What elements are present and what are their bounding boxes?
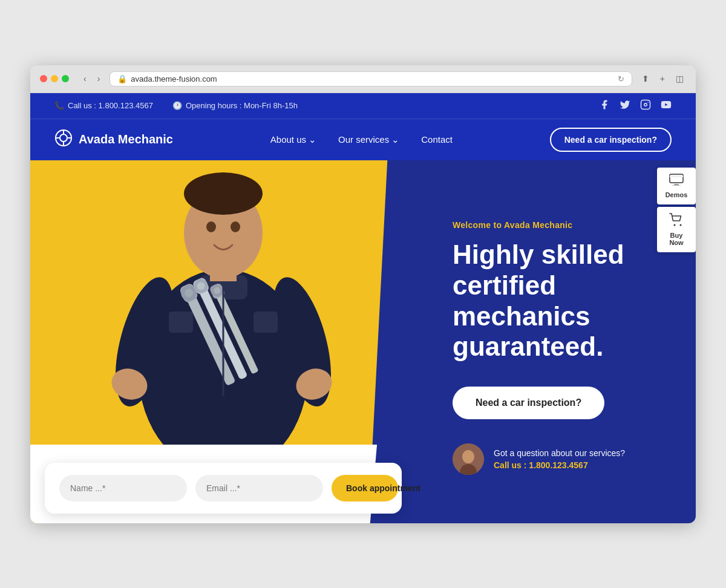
booking-form: Book appointment <box>45 463 402 514</box>
chevron-down-icon: ⌄ <box>309 134 316 145</box>
close-button[interactable] <box>40 75 47 82</box>
logo[interactable]: Avada Mechanic <box>54 129 173 151</box>
new-tab-button[interactable]: + <box>658 73 667 85</box>
clock-icon: 🕐 <box>172 101 182 110</box>
website: 📞 Call us : 1.800.123.4567 🕐 Opening hou… <box>30 93 696 523</box>
svg-rect-32 <box>253 312 278 333</box>
hero-title: Highly skilled certified mechanics guara… <box>453 240 666 362</box>
svg-point-41 <box>674 224 676 226</box>
chevron-down-icon: ⌄ <box>391 134 399 145</box>
svg-rect-0 <box>641 100 650 109</box>
contact-avatar <box>453 443 484 475</box>
facebook-icon[interactable] <box>599 99 610 113</box>
nav-buttons: ‹ › <box>81 73 102 85</box>
twitter-icon[interactable] <box>620 99 630 113</box>
url-text: avada.theme-fusion.com <box>131 74 217 83</box>
topbar-left: 📞 Call us : 1.800.123.4567 🕐 Opening hou… <box>54 101 298 110</box>
logo-icon <box>54 129 73 151</box>
svg-point-2 <box>647 102 649 103</box>
tabs-button[interactable]: ◫ <box>673 73 686 85</box>
instagram-icon[interactable] <box>640 99 651 113</box>
hero-contact: Got a question about our services? Call … <box>453 443 666 475</box>
email-input[interactable] <box>195 475 323 501</box>
svg-point-1 <box>644 103 647 106</box>
svg-rect-38 <box>670 175 683 177</box>
logo-text: Avada Mechanic <box>79 132 173 146</box>
browser-titlebar: ‹ › 🔒 avada.theme-fusion.com ↻ ⬆ + ◫ <box>30 65 696 93</box>
forward-button[interactable]: › <box>95 73 103 85</box>
main-nav: About us ⌄ Our services ⌄ Contact <box>270 134 453 145</box>
svg-point-14 <box>184 172 263 215</box>
maximize-button[interactable] <box>62 75 69 82</box>
svg-point-16 <box>231 221 240 232</box>
address-bar[interactable]: 🔒 avada.theme-fusion.com ↻ <box>110 71 632 87</box>
mechanic-image <box>30 160 416 445</box>
demos-icon <box>664 174 688 189</box>
phone-icon: 📞 <box>54 101 64 110</box>
minimize-button[interactable] <box>51 75 58 82</box>
buy-now-label: Buy Now <box>669 232 683 246</box>
inspection-nav-button[interactable]: Need a car inspection? <box>550 128 672 152</box>
traffic-lights <box>40 75 69 82</box>
security-icon: 🔒 <box>117 74 127 83</box>
svg-point-15 <box>206 221 216 232</box>
nav-about-link[interactable]: About us ⌄ <box>270 134 316 145</box>
nav-contact[interactable]: Contact <box>421 134 453 145</box>
nav-services[interactable]: Our services ⌄ <box>338 134 399 145</box>
cart-icon <box>664 213 688 229</box>
youtube-icon[interactable] <box>661 99 672 113</box>
navbar: Avada Mechanic About us ⌄ Our services ⌄ <box>30 119 696 160</box>
nav-services-link[interactable]: Our services ⌄ <box>338 134 399 145</box>
contact-question: Got a question about our services? <box>494 448 625 458</box>
svg-point-5 <box>60 134 67 142</box>
phone-info: 📞 Call us : 1.800.123.4567 <box>54 101 153 110</box>
demos-label: Demos <box>666 191 688 198</box>
browser-toolbar: ⬆ + ◫ <box>639 73 686 85</box>
share-button[interactable]: ⬆ <box>639 73 652 85</box>
svg-rect-31 <box>169 312 193 333</box>
svg-rect-39 <box>674 184 679 185</box>
contact-phone: Call us : 1.800.123.4567 <box>494 460 625 470</box>
nav-about[interactable]: About us ⌄ <box>270 134 316 145</box>
svg-point-42 <box>680 224 682 226</box>
hours-info: 🕐 Opening hours : Mon-Fri 8h-15h <box>172 101 298 110</box>
topbar: 📞 Call us : 1.800.123.4567 🕐 Opening hou… <box>30 93 696 119</box>
buy-now-panel[interactable]: Buy Now <box>657 207 696 252</box>
contact-info: Got a question about our services? Call … <box>494 448 625 470</box>
svg-point-34 <box>462 450 474 463</box>
hero-section: Welcome to Avada Mechanic Highly skilled… <box>30 160 696 523</box>
nav-contact-link[interactable]: Contact <box>421 134 453 145</box>
hero-content: Welcome to Avada Mechanic Highly skilled… <box>416 160 696 523</box>
hero-inspection-button[interactable]: Need a car inspection? <box>453 387 604 419</box>
side-panels: Demos Buy Now <box>657 168 696 252</box>
reload-icon[interactable]: ↻ <box>618 74 624 83</box>
svg-rect-40 <box>672 185 681 186</box>
demos-panel[interactable]: Demos <box>657 168 696 204</box>
hours-label: Opening hours : Mon-Fri 8h-15h <box>186 101 298 110</box>
book-appointment-button[interactable]: Book appointment <box>332 475 398 501</box>
hero-tagline: Welcome to Avada Mechanic <box>453 220 666 230</box>
social-links <box>599 99 672 113</box>
back-button[interactable]: ‹ <box>81 73 89 85</box>
name-input[interactable] <box>59 475 187 501</box>
phone-label: Call us : 1.800.123.4567 <box>68 101 153 110</box>
browser-window: ‹ › 🔒 avada.theme-fusion.com ↻ ⬆ + ◫ 📞 C… <box>30 65 696 523</box>
